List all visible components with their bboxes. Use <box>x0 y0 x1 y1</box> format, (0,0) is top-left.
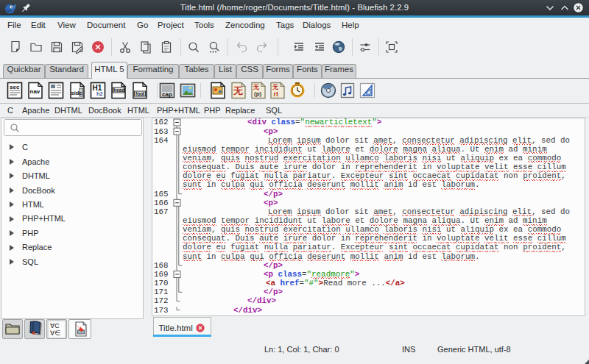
svg-text:∀C: ∀C <box>50 322 60 329</box>
svg-text:∀∈: ∀∈ <box>50 329 60 337</box>
